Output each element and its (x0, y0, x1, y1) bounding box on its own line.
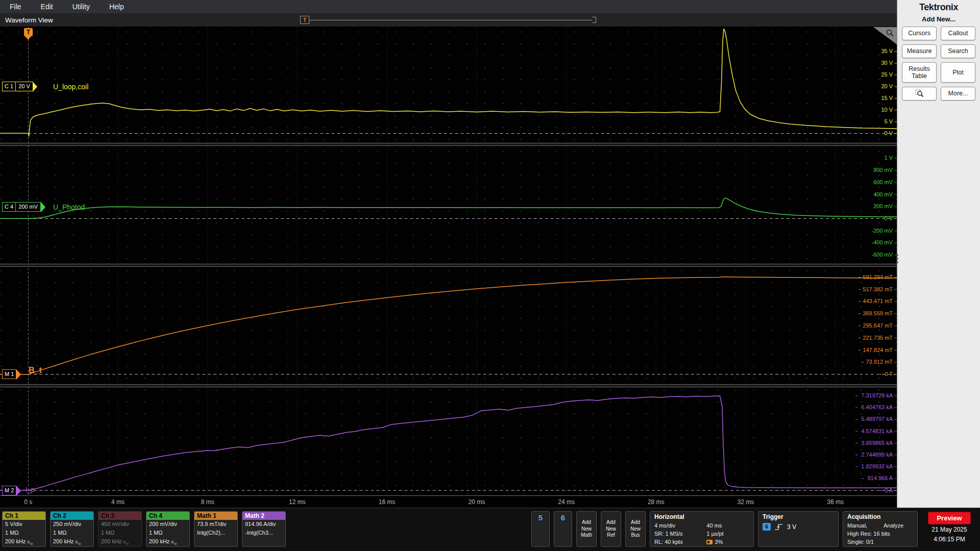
svg-text:1.829932 kA: 1.829932 kA (861, 463, 893, 469)
top-row: File Edit Utility Help Waveform View T (0, 0, 980, 508)
pan-zoom-rail[interactable] (309, 20, 592, 20)
channel-badge-c4-id: C 4 (3, 203, 16, 211)
horizontal-window: 40 ms (706, 521, 749, 530)
horizontal-panel-title: Horizontal (654, 513, 749, 521)
zoom-mode-button[interactable] (902, 87, 937, 101)
math-2-name: Math 2 (242, 512, 285, 520)
menu-utility[interactable]: Utility (63, 3, 100, 11)
svg-text:4 ms: 4 ms (111, 498, 125, 506)
math-badge-m2[interactable]: M 2 (2, 486, 16, 495)
trigger-position-marker[interactable]: T (24, 28, 33, 36)
channel-3-impedance: 1 MΩ (99, 529, 141, 537)
channel-3-badge-tile[interactable]: Ch 3 450 mV/div 1 MΩ 200 kHzBW (98, 511, 142, 547)
trigger-source-badge: 6 (763, 523, 771, 531)
svg-text:73.912 mT: 73.912 mT (866, 359, 893, 365)
svg-text:2.744899 kA: 2.744899 kA (861, 452, 893, 458)
math-1-name: Math 1 (194, 512, 237, 520)
add-new-ref-button[interactable]: Add New Ref (601, 511, 621, 547)
svg-text:28 ms: 28 ms (648, 498, 665, 506)
oscilloscope-app: File Edit Utility Help Waveform View T (0, 0, 980, 551)
channel-2-name: Ch 2 (51, 512, 93, 520)
search-button[interactable]: Search (941, 44, 975, 58)
bandwidth-limit-icon: BW (123, 540, 129, 544)
channel-1-name: Ch 1 (3, 512, 45, 520)
measure-button[interactable]: Measure (902, 44, 937, 58)
ref-tile-5[interactable]: 5 (531, 511, 550, 547)
svg-text:10 V: 10 V (881, 107, 893, 113)
plot-button[interactable]: Plot (941, 62, 975, 83)
svg-text:5 V: 5 V (885, 118, 893, 124)
svg-text:0 T: 0 T (885, 371, 893, 377)
add-new-header: Add New... (897, 15, 980, 23)
add-new-bus-button[interactable]: Add New Bus (625, 511, 646, 547)
bandwidth-limit-icon: BW (171, 540, 177, 544)
magnifier-icon (886, 29, 895, 38)
svg-text:36 ms: 36 ms (827, 498, 844, 506)
channel-4-bandwidth: 200 kHzBW (146, 537, 189, 547)
waveform-view-titlebar[interactable]: Waveform View T (0, 13, 897, 27)
pan-zoom-trigger-handle[interactable]: T (300, 16, 309, 24)
preview-button[interactable]: Preview (928, 512, 970, 524)
badge-arrow-tip (41, 202, 45, 212)
math-2-badge-tile[interactable]: Math 2 914.96 A/div -Intg(Ch3... (242, 511, 286, 547)
callout-button[interactable]: Callout (941, 27, 975, 40)
results-table-button[interactable]: Results Table (902, 62, 937, 83)
trigger-panel[interactable]: Trigger 6 3 V (758, 511, 839, 547)
horizontal-pan-zoom-bar[interactable]: T (300, 16, 596, 23)
cursors-button[interactable]: Cursors (902, 27, 937, 40)
svg-text:517.382 mT: 517.382 mT (863, 286, 893, 292)
svg-text:600 mV: 600 mV (873, 179, 893, 185)
rising-edge-icon (774, 523, 783, 531)
math-badge-m1-id: M 1 (3, 370, 16, 379)
channel-1-impedance: 1 MΩ (3, 529, 45, 537)
menu-edit[interactable]: Edit (31, 3, 63, 11)
channel-badge-c4[interactable]: C 4 200 mV (2, 202, 41, 212)
pan-zoom-endcap[interactable] (592, 17, 596, 23)
add-new-math-button[interactable]: Add New Math (576, 511, 597, 547)
math-badge-m2-id: M 2 (3, 486, 16, 495)
svg-text:32 ms: 32 ms (738, 498, 754, 506)
channel-badge-c1[interactable]: C 1 20 V (2, 82, 33, 91)
horizontal-position: 3% (706, 538, 749, 546)
trace-label-u-loop-coil: U_loop,coil (53, 83, 88, 91)
svg-text:25 V: 25 V (881, 71, 893, 78)
svg-text:4.574831 kA: 4.574831 kA (861, 428, 893, 434)
acquisition-panel[interactable]: Acquisition Manual, Analyze High Res: 16… (843, 511, 918, 547)
channel-3-scale: 450 mV/div (99, 520, 141, 529)
trigger-panel-title: Trigger (763, 513, 834, 521)
svg-text:-400 mV: -400 mV (871, 240, 893, 246)
waveform-plot-area[interactable]: 35 V30 V25 V20 V15 V10 V5 V0 V1 V800 mV6… (0, 27, 897, 508)
math-badge-m1[interactable]: M 1 (2, 369, 16, 379)
svg-text:8 ms: 8 ms (201, 498, 214, 506)
menu-help[interactable]: Help (100, 3, 134, 11)
svg-text:20 ms: 20 ms (469, 498, 485, 506)
menu-file[interactable]: File (0, 3, 31, 11)
tektronix-logo: Tektronix (897, 2, 980, 13)
menu-bar: File Edit Utility Help (0, 0, 897, 13)
channel-2-badge-tile[interactable]: Ch 2 250 mV/div 1 MΩ 200 kHzBW (50, 511, 94, 547)
ref-tile-6[interactable]: 6 (554, 511, 572, 547)
math-2-scale: 914.96 A/div (242, 520, 285, 529)
svg-text:914.966 A: 914.966 A (867, 475, 893, 482)
trigger-level: 3 V (787, 523, 796, 531)
math-1-badge-tile[interactable]: Math 1 73.9 mT/div Intg(Ch2)... (194, 511, 238, 547)
zoom-box-magnifier-icon (915, 89, 924, 98)
main-column: File Edit Utility Help Waveform View T (0, 0, 897, 508)
horizontal-panel[interactable]: Horizontal 4 ms/div 40 ms SR: 1 MS/s 1 µ… (650, 511, 754, 547)
svg-text:443.471 mT: 443.471 mT (863, 298, 893, 305)
system-time: 4:06:15 PM (934, 536, 965, 544)
svg-text:7.319729 kA: 7.319729 kA (861, 392, 893, 398)
svg-text:12 ms: 12 ms (289, 498, 306, 506)
channel-4-badge-tile[interactable]: Ch 4 200 mV/div 1 MΩ 200 kHzBW (146, 511, 190, 547)
channel-1-badge-tile[interactable]: Ch 1 5 V/div 1 MΩ 200 kHzBW (2, 511, 46, 547)
acquisition-panel-title: Acquisition (847, 513, 913, 521)
bandwidth-limit-icon: BW (27, 540, 33, 544)
svg-text:16 ms: 16 ms (379, 498, 396, 506)
record-position-icon (706, 540, 713, 544)
more-button[interactable]: More... (941, 87, 975, 101)
bottom-bar-spacer (290, 511, 527, 547)
channel-1-bandwidth: 200 kHzBW (3, 537, 45, 547)
channel-4-name: Ch 4 (146, 512, 189, 520)
system-date: 21 May 2025 (932, 526, 967, 534)
panel-splitter-handle[interactable] (896, 254, 898, 263)
